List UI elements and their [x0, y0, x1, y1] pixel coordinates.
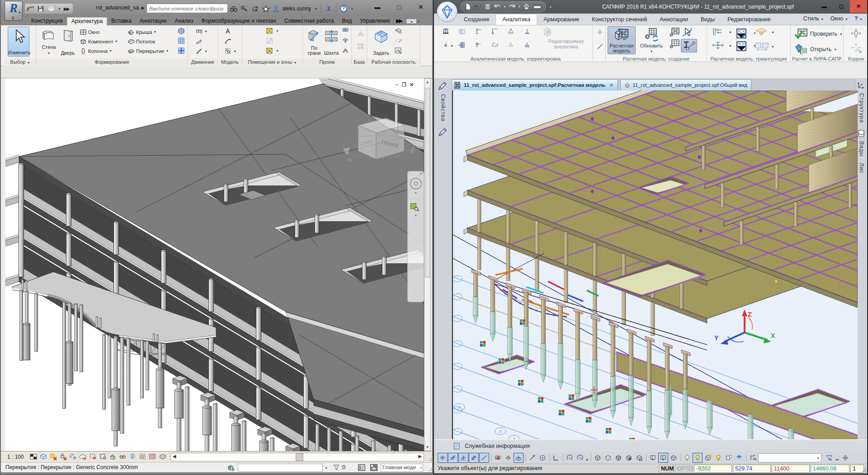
- sapfir-app-button[interactable]: [437, 1, 458, 22]
- service-info-icon[interactable]: [453, 442, 460, 450]
- opening-byface-button[interactable]: По грани: [306, 27, 323, 57]
- room-button[interactable]: [266, 27, 273, 34]
- floor-button[interactable]: Перекрытие▼: [127, 47, 169, 55]
- rotate-x-button[interactable]: X: [565, 453, 575, 463]
- scale-button[interactable]: [29, 453, 38, 461]
- properties-strip-label[interactable]: Свойства: [440, 94, 446, 122]
- toolbar-combobox[interactable]: ▼: [758, 453, 821, 462]
- dropdown-icon[interactable]: ▼: [771, 31, 774, 34]
- menu-help[interactable]: ? ▼: [854, 15, 863, 22]
- zoom-dropdown-icon[interactable]: ▼: [414, 214, 417, 217]
- sapfir-tab-5[interactable]: Виды: [694, 14, 722, 25]
- view-restore-icon[interactable]: ❐: [402, 82, 406, 88]
- dropdown-icon[interactable]: ▼: [276, 29, 279, 33]
- anchor-icon[interactable]: [524, 28, 531, 35]
- curtain-system-icon[interactable]: [177, 27, 185, 35]
- key-icon[interactable]: [241, 5, 248, 12]
- wall-doc-icon[interactable]: [458, 28, 466, 35]
- rotate-y-button[interactable]: Y: [576, 454, 584, 461]
- snap-intersect-button[interactable]: [481, 454, 488, 461]
- scroll-down-icon[interactable]: ▼: [425, 445, 430, 449]
- tri-tool-1[interactable]: [736, 28, 748, 39]
- rooms[interactable]: Помещения и зоны ▼: [242, 58, 302, 66]
- lock-view-button[interactable]: [109, 453, 118, 461]
- cube-light-button[interactable]: [703, 453, 713, 463]
- dropdown-icon[interactable]: ▼: [325, 466, 328, 470]
- dropdown-icon[interactable]: ▼: [204, 50, 208, 53]
- structure-strip-label[interactable]: Структура: [859, 93, 865, 123]
- grid-cube-button[interactable]: [670, 454, 677, 461]
- cc-icon[interactable]: C₁C₂: [491, 42, 498, 48]
- dormer-opening-icon[interactable]: [342, 47, 349, 54]
- pin-bot-icon[interactable]: [491, 28, 498, 35]
- diag-line-icon[interactable]: [597, 43, 603, 50]
- sun-path-button[interactable]: Q: [59, 453, 68, 461]
- sapfir-close-button[interactable]: ✕: [850, 0, 867, 13]
- column-icon[interactable]: [80, 48, 87, 55]
- analytical-toggle-button[interactable]: [159, 453, 167, 461]
- view-shaded-edges-button[interactable]: [624, 453, 634, 463]
- datum[interactable]: База: [352, 58, 367, 66]
- edit-workplane-button[interactable]: [394, 37, 402, 44]
- rigid-body-icon[interactable]: [475, 42, 482, 48]
- box3d-icon[interactable]: [47, 5, 55, 13]
- view-wireframe-button[interactable]: [594, 454, 601, 461]
- ortho-corner-button[interactable]: [551, 453, 561, 463]
- stiffness-icon[interactable]: [458, 42, 466, 48]
- tri-tool-5[interactable]: [754, 42, 769, 52]
- vertical-opening-icon[interactable]: [342, 37, 349, 44]
- railing-button[interactable]: [195, 28, 203, 35]
- shadows-button[interactable]: [69, 453, 79, 461]
- visual-style-button[interactable]: [49, 453, 59, 461]
- model-text-button[interactable]: [224, 28, 231, 35]
- ortho-corner-button[interactable]: [552, 454, 560, 461]
- room-icon[interactable]: [266, 27, 273, 34]
- floor-icon[interactable]: [127, 48, 135, 55]
- open-icon[interactable]: [474, 3, 481, 11]
- sapfir-tab-2[interactable]: Армирование: [537, 14, 585, 25]
- view-shaded-button[interactable]: [615, 454, 622, 461]
- model-group-icon[interactable]: [224, 48, 231, 55]
- rigid-body-icon[interactable]: [475, 42, 482, 48]
- revit-tab-2[interactable]: Вставка: [107, 17, 136, 25]
- room-icon[interactable]: [266, 47, 273, 54]
- sapfir-tab-4[interactable]: Аннотации: [653, 14, 694, 25]
- editable-only-icon[interactable]: [358, 464, 366, 471]
- snap-line-button[interactable]: [449, 454, 457, 461]
- open-lira-button[interactable]: Открыть▼: [794, 43, 837, 55]
- horizontal-scrollbar[interactable]: ◀▶: [170, 453, 424, 461]
- model-views-button[interactable]: [648, 453, 658, 463]
- view-close-icon[interactable]: ✕: [410, 82, 414, 88]
- lock-view-button[interactable]: [109, 453, 118, 461]
- loads-icon[interactable]: №: [442, 28, 449, 35]
- component-button[interactable]: Компонент▼: [80, 38, 118, 45]
- horizontal-scrollbar-thumb[interactable]: [296, 453, 303, 461]
- revit-tab-5[interactable]: Формообразующие и генплан: [197, 17, 280, 25]
- dropdown-icon[interactable]: ▼: [109, 49, 112, 52]
- rotate-y-button[interactable]: Y: [575, 453, 585, 463]
- select[interactable]: Выбор ▼: [5, 58, 36, 66]
- worksets-icon[interactable]: [226, 464, 235, 472]
- wall-opening-button[interactable]: [342, 27, 349, 34]
- sapfir-tab-1[interactable]: Аналитика: [495, 14, 537, 25]
- snap-intersect-button[interactable]: [479, 453, 489, 463]
- scroll-left-icon[interactable]: ◀: [173, 454, 176, 459]
- move-nodes-icon[interactable]: [850, 28, 862, 39]
- sapfir-tab-0[interactable]: Создание: [458, 14, 495, 25]
- dropdown-icon[interactable]: ▼: [294, 61, 297, 64]
- crop-view-button[interactable]: [89, 453, 99, 461]
- vertical-scrollbar[interactable]: ▲▼: [424, 78, 431, 451]
- layers-button[interactable]: [734, 453, 744, 463]
- reveal-constraints-button[interactable]: [149, 453, 157, 461]
- glasses-button[interactable]: [119, 453, 127, 461]
- redo-icon[interactable]: [508, 3, 516, 10]
- view-wireframe-button[interactable]: [593, 453, 603, 463]
- dropdown-icon[interactable]: ▼: [114, 40, 118, 43]
- column-button[interactable]: Колонна▼: [80, 47, 112, 55]
- pin-bot-icon[interactable]: [491, 28, 498, 35]
- view-shaded-button[interactable]: [613, 453, 623, 463]
- snap-angle-button[interactable]: [460, 454, 467, 461]
- center-point-button[interactable]: [538, 453, 547, 463]
- dropdown-icon[interactable]: ▼: [840, 33, 843, 36]
- dropdown-icon[interactable]: ▼: [204, 30, 208, 33]
